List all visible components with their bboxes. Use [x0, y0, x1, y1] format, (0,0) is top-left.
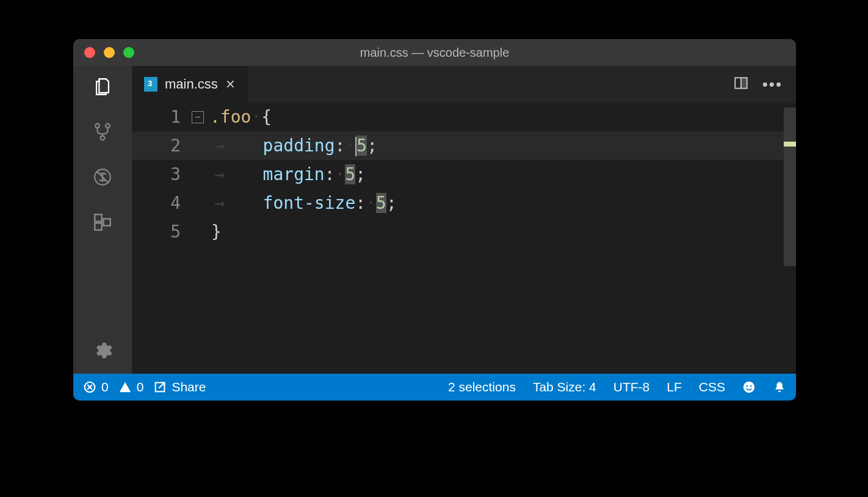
code-line[interactable]: 3 → margin:·5; — [132, 160, 784, 189]
titlebar[interactable]: main.css — vscode-sample — [73, 39, 796, 66]
split-editor-button[interactable] — [733, 75, 749, 93]
activity-bar — [73, 66, 132, 374]
fold-toggle[interactable]: − — [192, 111, 204, 123]
svg-point-11 — [743, 382, 754, 393]
line-number: 5 — [132, 222, 192, 242]
overview-ruler-cursor — [784, 142, 796, 147]
status-errors[interactable]: 0 — [83, 380, 109, 394]
line-number: 2 — [132, 136, 192, 156]
svg-rect-4 — [95, 214, 101, 221]
code-line[interactable]: 5 } — [132, 217, 784, 246]
window-title: main.css — vscode-sample — [73, 46, 796, 60]
status-eol[interactable]: LF — [667, 380, 682, 394]
tab-bar: main.css ✕ ••• — [132, 66, 796, 103]
gear-icon — [92, 340, 113, 361]
bell-icon — [773, 380, 786, 394]
close-tab-icon[interactable]: ✕ — [225, 77, 236, 92]
svg-rect-8 — [742, 78, 747, 87]
source-control-icon — [92, 122, 113, 142]
svg-point-13 — [750, 385, 752, 387]
svg-point-2 — [101, 136, 105, 140]
editor-group: main.css ✕ ••• 1 − — [132, 66, 796, 374]
line-number: 4 — [132, 193, 192, 213]
code-line[interactable]: 1 − .foo·{ — [132, 103, 784, 131]
close-window-button[interactable] — [84, 47, 95, 58]
scrollbar-thumb[interactable] — [784, 107, 796, 266]
minimize-window-button[interactable] — [104, 47, 115, 58]
warning-count: 0 — [137, 380, 144, 394]
line-number: 3 — [132, 164, 192, 184]
error-count: 0 — [101, 380, 109, 394]
css-file-icon — [144, 77, 157, 92]
status-feedback[interactable] — [742, 380, 756, 394]
editor-scrollbar[interactable] — [784, 103, 796, 374]
files-icon — [92, 76, 113, 97]
code-line[interactable]: 4 → font-size:·5; — [132, 189, 784, 217]
debug-activity[interactable] — [90, 165, 115, 189]
status-encoding[interactable]: UTF-8 — [613, 380, 650, 394]
status-selections[interactable]: 2 selections — [448, 380, 516, 394]
tab-main-css[interactable]: main.css ✕ — [132, 66, 248, 103]
code-editor[interactable]: 1 − .foo·{ 2 → padding:·5; 3 → m — [132, 103, 796, 374]
split-editor-icon — [733, 75, 749, 91]
explorer-activity[interactable] — [90, 74, 115, 99]
share-label: Share — [172, 380, 206, 394]
source-control-activity[interactable] — [90, 120, 115, 144]
status-tabsize[interactable]: Tab Size: 4 — [533, 380, 596, 394]
status-language[interactable]: CSS — [699, 380, 725, 394]
extensions-icon — [92, 212, 113, 233]
svg-point-1 — [106, 124, 110, 128]
svg-rect-6 — [103, 219, 110, 225]
share-icon — [153, 380, 167, 394]
app-window: main.css — vscode-sample — [73, 39, 796, 401]
line-number: 1 — [132, 107, 192, 127]
extensions-activity[interactable] — [90, 210, 115, 234]
error-icon — [83, 380, 96, 394]
settings-activity[interactable] — [90, 338, 115, 363]
status-notifications[interactable] — [773, 380, 786, 394]
tab-label: main.css — [165, 76, 218, 92]
traffic-lights — [84, 47, 134, 58]
workbench-body: main.css ✕ ••• 1 − — [73, 66, 796, 374]
svg-rect-5 — [95, 223, 101, 230]
status-warnings[interactable]: 0 — [118, 380, 144, 394]
status-bar: 0 0 Share 2 selections Tab Size: 4 UTF-8… — [73, 374, 796, 401]
code-line[interactable]: 2 → padding:·5; — [132, 131, 784, 160]
more-actions-button[interactable]: ••• — [762, 76, 783, 92]
svg-point-0 — [95, 124, 99, 128]
no-bug-icon — [92, 167, 113, 187]
warning-icon — [118, 380, 132, 394]
smiley-icon — [742, 380, 756, 394]
svg-point-12 — [747, 385, 748, 387]
editor-actions: ••• — [733, 66, 796, 103]
zoom-window-button[interactable] — [123, 47, 134, 58]
status-share[interactable]: Share — [153, 380, 206, 394]
